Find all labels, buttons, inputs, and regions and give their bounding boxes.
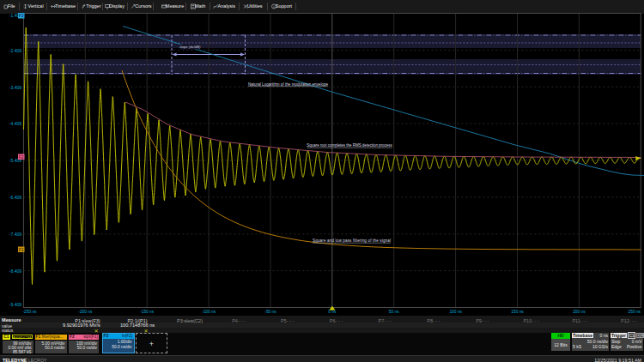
- svg-text:-3.409: -3.409: [9, 85, 21, 90]
- svg-text:-8.409: -8.409: [9, 268, 21, 274]
- svg-text:-200 ns: -200 ns: [78, 310, 93, 314]
- svg-text:-50 ns: -50 ns: [264, 310, 276, 314]
- svg-text:F1: F1: [19, 247, 24, 252]
- svg-text:250 ns: 250 ns: [629, 310, 641, 314]
- svg-text:slope (dv/dB): slope (dv/dB): [179, 45, 201, 49]
- svg-text:F3: F3: [19, 13, 24, 18]
- svg-text:-4.409: -4.409: [9, 121, 21, 126]
- svg-text:150 ns: 150 ns: [511, 310, 524, 314]
- svg-text:100 ns: 100 ns: [449, 310, 462, 314]
- svg-text:50 ns: 50 ns: [389, 310, 399, 314]
- svg-text:Square root completes the RMS: Square root completes the RMS detection …: [307, 143, 392, 148]
- svg-text:-100 ns: -100 ns: [202, 310, 216, 314]
- svg-text:-6.409: -6.409: [9, 195, 21, 200]
- svg-text:Square and low pass filtering: Square and low pass filtering of the sig…: [313, 238, 391, 243]
- svg-text:F2: F2: [19, 154, 24, 160]
- svg-text:-250 ns: -250 ns: [23, 310, 38, 314]
- svg-text:Natural Logarithm of the modul: Natural Logarithm of the modulation enve…: [248, 82, 329, 87]
- svg-text:200 ns: 200 ns: [573, 310, 586, 314]
- svg-text:-2.409: -2.409: [9, 48, 21, 53]
- svg-text:-7.409: -7.409: [9, 232, 21, 237]
- svg-text:-9.409: -9.409: [9, 302, 21, 307]
- svg-text:-150 ns: -150 ns: [140, 310, 155, 314]
